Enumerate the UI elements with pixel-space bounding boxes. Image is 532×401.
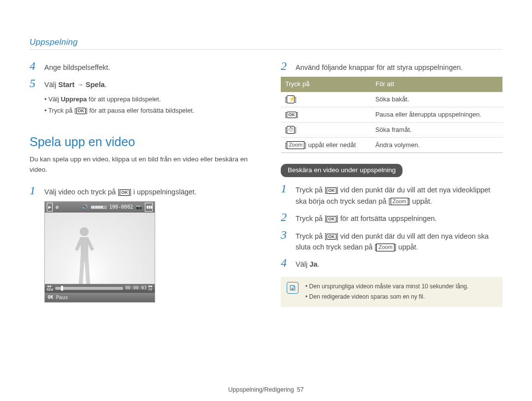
paus-label: Paus xyxy=(56,294,68,302)
ok-icon: OK xyxy=(48,294,53,301)
volume-icon: 🔊 xyxy=(82,203,88,211)
th-press: Tryck på xyxy=(281,77,371,92)
section-header: Uppspelning xyxy=(30,0,502,50)
battery-icon: ▮▮▮ xyxy=(145,203,153,212)
file-counter: 100-0002 xyxy=(109,203,133,211)
trim-heading: Beskära en video under uppspelning xyxy=(281,164,402,177)
note-box: Den ursprungliga videon måste vara minst… xyxy=(281,277,502,307)
volume-level: ▮▮▮▮▮▮▯▯ xyxy=(91,203,106,211)
step-text: Välj Ja. xyxy=(296,256,502,270)
ff-label: ▶▶FF xyxy=(149,285,153,292)
subsection-lede: Du kan spela upp en video, klippa ut en … xyxy=(30,154,251,175)
timer-icon: ⏱ xyxy=(287,126,295,134)
step-number: 3 xyxy=(281,228,290,253)
ok-icon: OK xyxy=(120,189,130,196)
trim-step-3: 3 Tryck på [OK] vid den punkt där du vil… xyxy=(281,228,502,253)
step-number: 1 xyxy=(30,184,38,197)
ok-icon: OK xyxy=(76,108,86,114)
step5-bullets: Välj Upprepa för att upprepa bildspelet.… xyxy=(44,94,251,116)
note-item: Den ursprungliga videon måste vara minst… xyxy=(305,282,496,291)
ok-icon: OK xyxy=(327,187,336,194)
step-number: 5 xyxy=(30,77,38,90)
table-row: [Zoom] uppåt eller nedåt Ändra volymen. xyxy=(281,138,502,153)
step-number: 2 xyxy=(281,211,290,224)
th-to: För att xyxy=(371,77,502,92)
flash-icon: ⚡ xyxy=(287,95,295,103)
ok-icon: OK xyxy=(287,112,297,118)
trim-step-4: 4 Välj Ja. xyxy=(281,256,502,270)
right-column: 2 Använd följande knappar för att styra … xyxy=(281,60,502,307)
step-text: Tryck på [OK] vid den punkt där du vill … xyxy=(296,182,502,207)
camera-preview-figure: ▶ ✿ 🔊 ▮▮▮▮▮▮▯▯ 100-0002 📷 ▮▮▮ ◀◀REW xyxy=(44,201,155,303)
page-footer: Uppspelning/Redigering57 xyxy=(0,386,532,393)
playback-step-2: 2 Använd följande knappar för att styra … xyxy=(281,60,502,73)
rew-label: ◀◀REW xyxy=(47,285,53,292)
trim-step-2: 2 Tryck på [OK] för att fortsätta uppspe… xyxy=(281,211,502,224)
step-number: 4 xyxy=(281,256,290,270)
video-step-1: 1 Välj video och tryck på [OK] i uppspel… xyxy=(30,184,251,197)
note-item: Den redigerade videon sparas som en ny f… xyxy=(305,292,496,302)
subsection-title: Spela upp en video xyxy=(30,132,251,152)
step-text: Tryck på [OK] för att fortsätta uppspeln… xyxy=(296,211,502,224)
trim-step-1: 1 Tryck på [OK] vid den punkt där du vil… xyxy=(281,182,502,207)
zoom-icon: Zoom xyxy=(287,141,304,149)
step-text: Välj Start → Spela. xyxy=(44,77,251,90)
step-text: Använd följande knappar för att styra up… xyxy=(296,60,502,73)
step-text: Tryck på [OK] vid den punkt där du vill … xyxy=(296,228,502,253)
left-column: 4 Ange bildspelseffekt. 5 Välj Start → S… xyxy=(30,60,251,307)
step-5: 5 Välj Start → Spela. xyxy=(30,77,251,90)
zoom-icon: Zoom xyxy=(376,244,394,251)
play-icon: ▶ xyxy=(47,203,53,212)
table-row: [⚡] Söka bakåt. xyxy=(281,92,502,107)
table-row: [⏱] Söka framåt. xyxy=(281,122,502,137)
table-row: [OK] Pausa eller återuppta uppspelningen… xyxy=(281,107,502,122)
ok-icon: OK xyxy=(327,234,336,240)
zoom-icon: Zoom xyxy=(391,198,408,206)
controls-table: Tryck på För att [⚡] Söka bakåt. [OK] Pa… xyxy=(281,77,502,153)
step-number: 4 xyxy=(30,60,38,73)
step-text: Ange bildspelseffekt. xyxy=(44,60,251,73)
step-number: 2 xyxy=(281,60,290,73)
ok-icon: OK xyxy=(327,216,336,222)
step-4: 4 Ange bildspelseffekt. xyxy=(30,60,251,73)
step-text: Välj video och tryck på [OK] i uppspelni… xyxy=(44,184,251,197)
elapsed-time: 00:00:03 xyxy=(125,285,146,292)
note-icon xyxy=(287,282,299,294)
step-number: 1 xyxy=(281,182,290,207)
person-silhouette xyxy=(72,227,97,284)
